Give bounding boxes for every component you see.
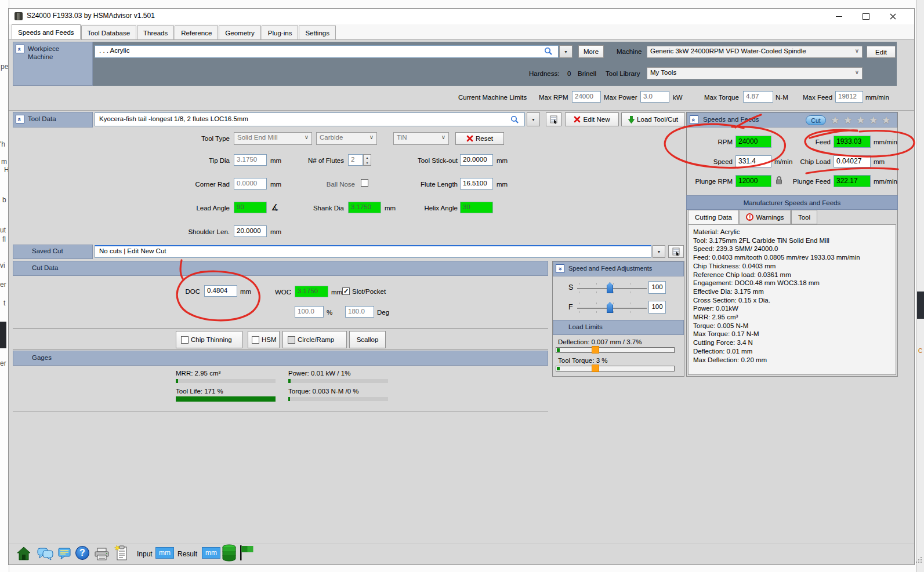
feedback-button[interactable] (58, 548, 71, 560)
tool-torque-slider-thumb[interactable] (592, 365, 599, 372)
circle-ramp-checkbox[interactable] (288, 336, 295, 344)
rpm-value[interactable]: 24000 (735, 136, 771, 148)
woc-input[interactable]: 3.1750 (295, 286, 328, 297)
tab-tool[interactable]: Tool (791, 210, 817, 224)
chip-thinning-checkbox[interactable] (181, 336, 189, 344)
rating-star-icon[interactable]: ★ (856, 114, 865, 126)
more-button[interactable]: More (578, 45, 604, 58)
hsm-checkbox[interactable] (252, 336, 259, 344)
max-power-input[interactable]: 3.0 (640, 91, 669, 103)
bg-text-fragment: er (0, 280, 6, 289)
close-button[interactable] (879, 9, 906, 24)
flutes-stepper-buttons[interactable]: ▲ ▼ (363, 154, 371, 166)
max-torque-input[interactable]: 4.87 (743, 91, 773, 103)
maximize-button[interactable] (853, 9, 879, 24)
tab-threads[interactable]: Threads (137, 25, 174, 39)
tab-speeds-and-feeds[interactable]: Speeds and Feeds (12, 24, 81, 39)
input-units-toggle[interactable]: mm (155, 547, 174, 559)
saved-cut-table-button[interactable] (668, 245, 684, 258)
shoulder-len-input[interactable]: 20.0000 (234, 225, 267, 237)
engagement-deg-input[interactable]: 180.0 (345, 306, 374, 318)
tab-settings[interactable]: Settings (299, 25, 336, 39)
speed-value[interactable]: 331.4 (735, 155, 771, 167)
tool-torque-slider-track[interactable] (556, 366, 675, 371)
home-button[interactable] (16, 546, 31, 561)
tab-reference[interactable]: Reference (175, 25, 218, 39)
tab-cutting-data[interactable]: Cutting Data (688, 210, 739, 224)
doc-input[interactable]: 0.4804 (204, 285, 237, 297)
circle-ramp-button[interactable]: Circle/Ramp (282, 331, 347, 348)
corner-rad-input[interactable]: 0.0000 (234, 178, 267, 190)
flutes-stepper[interactable]: 2 (348, 154, 363, 166)
deflection-slider-track[interactable] (556, 347, 675, 353)
tool-search-input[interactable]: Kyocera-fish tail -longest 1/8, 2 flutes… (95, 112, 525, 126)
machine-select[interactable]: Generic 3kW 24000RPM VFD Water-Cooled Sp… (647, 46, 863, 58)
tool-material-select[interactable]: Carbide (316, 132, 377, 145)
scallop-button[interactable]: Scallop (349, 331, 386, 348)
lock-icon[interactable] (775, 176, 783, 185)
collapse-adjustments-button[interactable]: « (556, 264, 564, 273)
flute-length-input[interactable]: 16.5100 (460, 178, 493, 190)
result-units-toggle[interactable]: mm (202, 547, 220, 559)
max-feed-unit: mm/min (865, 94, 889, 101)
stickout-input[interactable]: 20.0000 (460, 154, 493, 166)
saved-cut-dropdown-button[interactable]: ▼ (653, 245, 665, 258)
hardness-value: 0 (567, 70, 571, 77)
deflection-slider-thumb[interactable] (592, 346, 599, 354)
edit-new-button[interactable]: Edit New (565, 112, 619, 126)
tool-coating-select[interactable]: TiN (393, 132, 449, 145)
s-value-box[interactable]: 100 (648, 281, 666, 294)
collapse-tool-data-button[interactable]: « (16, 115, 24, 123)
feed-value[interactable]: 1933.03 (834, 136, 871, 148)
tab-geometry[interactable]: Geometry (219, 25, 261, 39)
saved-cut-field[interactable]: No cuts | Edit New Cut (95, 245, 651, 258)
edit-machine-button[interactable]: Edit (867, 46, 896, 58)
max-power-label: Max Power (604, 94, 637, 101)
print-button[interactable] (95, 548, 109, 560)
collapse-speeds-button[interactable]: « (690, 115, 698, 124)
collapse-workpiece-button[interactable]: « (16, 45, 24, 53)
tab-warnings[interactable]: ! Warnings (740, 210, 791, 224)
woc-percent-input[interactable]: 100.0 (295, 306, 324, 318)
minimize-button[interactable] (826, 9, 852, 24)
f-value-box[interactable]: 100 (648, 301, 666, 314)
material-search-dropdown-button[interactable]: ▼ (559, 45, 572, 58)
forum-button[interactable] (37, 548, 53, 560)
tool-library-select[interactable]: My Tools (647, 67, 863, 79)
tab-plug-ins[interactable]: Plug-ins (262, 25, 299, 39)
report-button[interactable] (114, 545, 128, 561)
tip-dia-input[interactable]: 3.1750 (234, 154, 267, 166)
max-feed-input[interactable]: 19812 (835, 91, 863, 103)
flag-button[interactable] (239, 545, 255, 561)
report-line: Cutting Force: 3.4 N (693, 338, 891, 347)
max-rpm-input[interactable]: 24000 (572, 91, 601, 103)
help-button[interactable]: ? (75, 546, 89, 560)
helix-angle-input[interactable]: 30 (460, 202, 493, 213)
chip-load-value[interactable]: 0.04027 (834, 155, 871, 167)
rating-star-icon[interactable]: ★ (882, 114, 890, 126)
machine-label: Machine (617, 48, 642, 55)
slot-pocket-checkbox[interactable]: ✓ (342, 287, 350, 295)
minimize-icon (836, 16, 842, 17)
plunge-rpm-value[interactable]: 12000 (735, 175, 771, 187)
ball-nose-checkbox[interactable] (361, 179, 368, 187)
plunge-feed-value[interactable]: 322.17 (834, 175, 871, 187)
tab-tool-database[interactable]: Tool Database (81, 25, 137, 39)
tool-search-dropdown-button[interactable]: ▼ (527, 112, 540, 126)
tool-table-button[interactable] (546, 112, 561, 126)
tool-type-select[interactable]: Solid End Mill (234, 132, 312, 145)
database-button[interactable] (222, 544, 237, 562)
lead-angle-input[interactable]: 90 (234, 202, 267, 213)
material-search-input[interactable]: . . . Acrylic (95, 45, 559, 58)
cut-cloud-badge[interactable]: Cut (806, 115, 826, 125)
shank-dia-input[interactable]: 3.1750 (348, 202, 381, 213)
chip-thinning-button[interactable]: Chip Thinning (176, 331, 242, 348)
rating-star-icon[interactable]: ★ (843, 114, 852, 126)
rating-star-icon[interactable]: ★ (869, 114, 878, 126)
rating-star-icon[interactable]: ★ (831, 114, 839, 126)
manufacturer-bar[interactable]: Manufacturer Speeds and Feeds (686, 195, 898, 210)
hsm-button[interactable]: HSM (248, 331, 280, 348)
mrr-gauge-fill (176, 379, 178, 383)
reset-button[interactable]: Reset (455, 132, 504, 145)
load-tool-cut-button[interactable]: Load Tool/Cut (621, 112, 685, 126)
